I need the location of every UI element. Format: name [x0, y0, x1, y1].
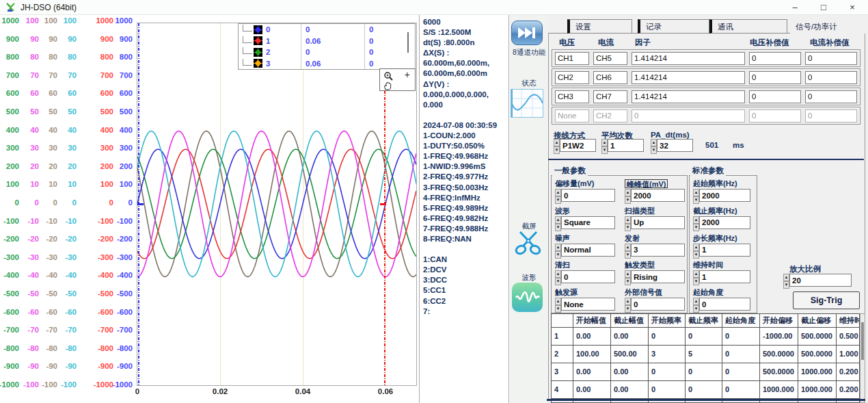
spinner-arrows[interactable]: ▲▼ — [625, 189, 631, 202]
cursor-1-marker[interactable] — [137, 203, 144, 205]
legend-row[interactable]: 200 — [239, 47, 415, 58]
param-spinner[interactable]: ▲▼ — [625, 216, 685, 229]
spinner-arrows[interactable]: ▲▼ — [625, 216, 631, 229]
screenshot-button[interactable] — [514, 231, 543, 258]
zoom-ratio-spinner[interactable]: ▲▼ — [783, 274, 852, 287]
param-spinner[interactable]: ▲▼ — [555, 189, 615, 202]
zoom-ratio-spinner-input[interactable] — [789, 274, 852, 287]
spinner-arrows[interactable]: ▲▼ — [693, 298, 699, 311]
spinner-arrows[interactable]: ▲▼ — [693, 189, 699, 202]
spinner-arrows[interactable]: ▲▼ — [554, 139, 560, 152]
param-spinner-input[interactable] — [561, 298, 615, 311]
param-spinner[interactable]: ▲▼ — [555, 244, 615, 257]
spinner-arrows[interactable]: ▲▼ — [555, 244, 561, 257]
wiring-spinner-3[interactable]: ▲▼ — [651, 139, 693, 152]
param-spinner[interactable]: ▲▼ — [625, 298, 685, 311]
spinner-arrows[interactable]: ▲▼ — [555, 216, 561, 229]
spinner-arrows[interactable]: ▲▼ — [693, 216, 699, 229]
channel-field[interactable] — [749, 52, 801, 65]
channel-field[interactable] — [555, 109, 589, 122]
param-spinner[interactable]: ▲▼ — [555, 216, 615, 229]
channel-field[interactable] — [749, 109, 801, 122]
magnifier-icon[interactable] — [383, 71, 394, 81]
channel-field[interactable] — [632, 52, 745, 65]
sweep-table-scrollbar[interactable] — [860, 313, 865, 403]
legend-plot-cell[interactable]: 4 — [239, 69, 301, 70]
channel-field[interactable] — [555, 90, 589, 103]
legend-plot-cell[interactable]: 3 — [239, 58, 301, 70]
tab-4[interactable]: 信号/功率计 — [790, 19, 865, 34]
param-spinner-input[interactable] — [631, 298, 685, 311]
close-button[interactable]: × — [842, 1, 863, 14]
channel-field[interactable] — [805, 71, 857, 84]
spinner-arrows[interactable]: ▲▼ — [625, 270, 631, 283]
channel-field[interactable] — [593, 90, 627, 103]
channel-field[interactable] — [632, 90, 745, 103]
waveform-plot[interactable]: 00010.06020030.060400 + — [137, 23, 417, 386]
minimize-button[interactable]: – — [785, 1, 805, 14]
sweep-table-row[interactable]: 30.000.00000500.00001000.0000.200 — [552, 363, 859, 381]
spinner-arrows[interactable]: ▲▼ — [625, 298, 631, 311]
channel-field[interactable] — [805, 109, 857, 122]
param-spinner[interactable]: ▲▼ — [625, 244, 685, 257]
legend-row[interactable]: 30.060 — [239, 58, 415, 70]
wiring-spinner-1-input[interactable] — [560, 139, 596, 152]
plus-icon[interactable]: + — [405, 69, 410, 80]
spinner-arrows[interactable]: ▲▼ — [651, 139, 657, 152]
sweep-table[interactable]: 开始幅值截止幅值开始频率截止频率起始角度开始偏移截止偏移维持时10.000.00… — [551, 313, 860, 403]
graph-palette[interactable]: + — [379, 68, 416, 91]
sig-trig-button[interactable]: Sig-Trig — [793, 291, 860, 309]
channel-field[interactable] — [749, 90, 801, 103]
param-spinner[interactable]: ▲▼ — [555, 298, 615, 311]
legend-row[interactable]: 10.060 — [239, 36, 415, 47]
param-spinner[interactable]: ▲▼ — [555, 270, 615, 283]
legend-plot-cell[interactable]: 1 — [239, 36, 301, 47]
channel-field[interactable] — [593, 71, 627, 84]
channel-field[interactable] — [593, 52, 627, 65]
param-spinner[interactable]: ▲▼ — [693, 244, 750, 257]
tab-1[interactable]: 设置 — [567, 19, 632, 34]
param-spinner[interactable]: ▲▼ — [625, 189, 685, 202]
spinner-arrows[interactable]: ▲▼ — [555, 189, 561, 202]
param-spinner-input[interactable] — [561, 270, 615, 283]
param-spinner-input[interactable] — [699, 216, 750, 229]
maximize-button[interactable]: □ — [813, 1, 834, 14]
spinner-arrows[interactable]: ▲▼ — [601, 139, 608, 152]
param-spinner-input[interactable] — [561, 244, 615, 257]
status-waveform-thumbnail[interactable] — [511, 89, 543, 118]
param-spinner-input[interactable] — [699, 270, 750, 283]
param-spinner[interactable]: ▲▼ — [625, 270, 685, 283]
spinner-arrows[interactable]: ▲▼ — [555, 270, 561, 283]
param-spinner[interactable]: ▲▼ — [693, 298, 750, 311]
spinner-arrows[interactable]: ▲▼ — [555, 298, 561, 311]
param-spinner-input[interactable] — [561, 189, 615, 202]
param-spinner[interactable]: ▲▼ — [693, 189, 750, 202]
param-spinner-input[interactable] — [699, 298, 750, 311]
sweep-table-row[interactable]: 2100.00500.00350500.0000500.00001.000 — [552, 346, 859, 363]
channel-field[interactable] — [805, 52, 857, 65]
sweep-table-row[interactable]: 10.000.00000-1000.00500.00000.500 — [552, 328, 859, 346]
eight-channel-button[interactable] — [511, 21, 543, 45]
param-spinner-input[interactable] — [699, 189, 750, 202]
channel-field[interactable] — [632, 109, 745, 122]
param-spinner-input[interactable] — [631, 244, 685, 257]
spinner-arrows[interactable]: ▲▼ — [625, 244, 631, 257]
tab-3[interactable]: 通讯 — [709, 19, 787, 34]
wiring-spinner-3-input[interactable] — [657, 139, 693, 152]
legend-row[interactable]: 000 — [239, 24, 415, 36]
spinner-arrows[interactable]: ▲▼ — [783, 274, 789, 287]
waveform-button[interactable] — [512, 283, 543, 312]
hand-icon[interactable] — [383, 81, 392, 90]
sweep-table-row[interactable]: 40.000.000001000.0001000.0000.200 — [552, 381, 859, 399]
param-spinner-input[interactable] — [631, 270, 685, 283]
channel-field[interactable] — [555, 71, 589, 84]
param-spinner-input[interactable] — [631, 189, 685, 202]
param-spinner[interactable]: ▲▼ — [693, 270, 750, 283]
channel-field[interactable] — [555, 52, 589, 65]
channel-field[interactable] — [632, 71, 745, 84]
channel-field[interactable] — [593, 109, 627, 122]
legend-scrollbar[interactable] — [407, 32, 409, 53]
wiring-spinner-2[interactable]: ▲▼ — [601, 139, 644, 152]
channel-field[interactable] — [749, 71, 801, 84]
param-spinner[interactable]: ▲▼ — [693, 216, 750, 229]
